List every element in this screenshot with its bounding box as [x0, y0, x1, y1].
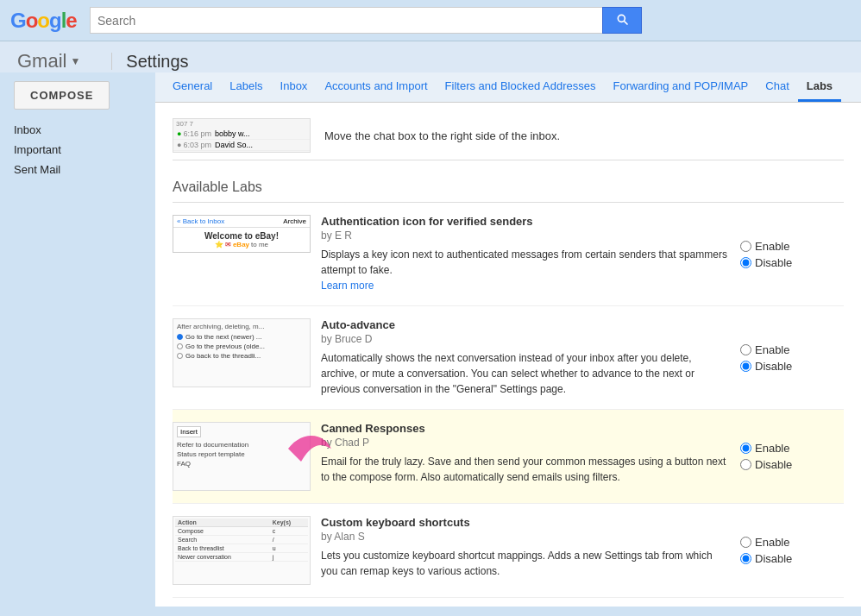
search-bar — [90, 7, 642, 34]
enable-radio-canned-responses[interactable] — [740, 443, 751, 454]
labs-content: 307 7 ●6:16 pmbobby w... ●6:03 pmDavid S… — [155, 103, 861, 607]
disable-label-canned-responses[interactable]: Disable — [740, 458, 844, 471]
settings-tabs: General Labels Inbox Accounts and Import… — [155, 72, 861, 103]
enable-label-authentication[interactable]: Enable — [740, 240, 844, 253]
lab-author-custom-keyboard: by Alan S — [321, 531, 730, 543]
disable-label-auto-advance[interactable]: Disable — [740, 360, 844, 373]
disable-radio-auto-advance[interactable] — [740, 361, 751, 372]
tab-chat[interactable]: Chat — [757, 72, 797, 102]
tab-forwarding[interactable]: Forwarding and POP/IMAP — [604, 72, 757, 102]
sidebar-item-important[interactable]: Important — [0, 140, 155, 160]
enable-label-custom-keyboard[interactable]: Enable — [740, 536, 844, 549]
gmail-brand: Gmail ▼ — [17, 50, 80, 72]
enable-radio-authentication[interactable] — [740, 241, 751, 252]
search-input[interactable] — [90, 7, 602, 34]
tab-general[interactable]: General — [164, 72, 221, 102]
lab-controls-custom-keyboard: Enable Disable — [740, 516, 844, 585]
lab-desc-auto-advance: Automatically shows the next conversatio… — [321, 350, 730, 397]
top-bar: Google — [0, 0, 861, 41]
google-logo: Google — [10, 9, 79, 33]
lab-item-canned-responses: Insert Refer to documentation Status rep… — [173, 410, 844, 504]
move-chatbox-notice: 307 7 ●6:16 pmbobby w... ●6:03 pmDavid S… — [173, 111, 844, 160]
sidebar-item-inbox[interactable]: Inbox — [0, 120, 155, 140]
disable-radio-custom-keyboard[interactable] — [740, 553, 751, 564]
lab-preview-authentication: « Back to Inbox Archive Welcome to eBay!… — [173, 215, 311, 293]
gmail-dropdown-arrow[interactable]: ▼ — [70, 55, 80, 67]
sidebar: COMPOSE Inbox Important Sent Mail — [0, 72, 155, 607]
compose-button[interactable]: COMPOSE — [14, 81, 110, 110]
available-labs-heading: Available Labs — [173, 171, 844, 203]
lab-controls-canned-responses: Enable Disable — [740, 422, 844, 491]
lab-preview-canned-responses: Insert Refer to documentation Status rep… — [173, 422, 311, 491]
tab-filters[interactable]: Filters and Blocked Addresses — [437, 72, 605, 102]
enable-label-canned-responses[interactable]: Enable — [740, 442, 844, 455]
disable-label-custom-keyboard[interactable]: Disable — [740, 552, 844, 565]
settings-title: Settings — [126, 52, 188, 72]
lab-title-auto-advance: Auto-advance — [321, 318, 730, 331]
lab-author-authentication: by E R — [321, 229, 730, 242]
search-button[interactable] — [602, 7, 642, 34]
lab-controls-authentication: Enable Disable — [740, 215, 844, 293]
lab-info-auto-advance: Auto-advance by Bruce D Automatically sh… — [321, 318, 730, 397]
content-area: General Labels Inbox Accounts and Import… — [155, 72, 861, 607]
lab-author-canned-responses: by Chad P — [321, 437, 730, 449]
lab-info-authentication: Authentication icon for verified senders… — [321, 215, 730, 293]
tab-accounts[interactable]: Accounts and Import — [316, 72, 436, 102]
gmail-label[interactable]: Gmail — [17, 50, 66, 72]
lab-controls-auto-advance: Enable Disable — [740, 318, 844, 397]
enable-radio-custom-keyboard[interactable] — [740, 537, 751, 548]
lab-desc-authentication: Displays a key icon next to authenticate… — [321, 247, 730, 293]
disable-radio-authentication[interactable] — [740, 257, 751, 268]
lab-author-auto-advance: by Bruce D — [321, 333, 730, 345]
lab-info-custom-keyboard: Custom keyboard shortcuts by Alan S Lets… — [321, 516, 730, 585]
lab-title-authentication: Authentication icon for verified senders — [321, 215, 730, 228]
inbox-preview: 307 7 ●6:16 pmbobby w... ●6:03 pmDavid S… — [173, 118, 311, 153]
sidebar-item-sent-mail[interactable]: Sent Mail — [0, 160, 155, 179]
tab-inbox[interactable]: Inbox — [272, 72, 317, 102]
lab-desc-canned-responses: Email for the truly lazy. Save and then … — [321, 454, 730, 485]
lab-item-authentication: « Back to Inbox Archive Welcome to eBay!… — [173, 203, 844, 306]
lab-title-canned-responses: Canned Responses — [321, 422, 730, 435]
tab-labs[interactable]: Labs — [798, 72, 841, 102]
main-layout: COMPOSE Inbox Important Sent Mail Genera… — [0, 72, 861, 607]
lab-item-auto-advance: After archiving, deleting, m... Go to th… — [173, 306, 844, 410]
gmail-header: Gmail ▼ Settings — [0, 41, 861, 72]
lab-desc-custom-keyboard: Lets you customize keyboard shortcut map… — [321, 548, 730, 579]
lab-info-canned-responses: Canned Responses by Chad P Email for the… — [321, 422, 730, 491]
lab-item-custom-keyboard: Action Key(s) Composec Search/ Back to t… — [173, 504, 844, 598]
move-chatbox-text: Move the chat box to the right side of t… — [324, 129, 560, 142]
lab-preview-custom-keyboard: Action Key(s) Composec Search/ Back to t… — [173, 516, 311, 585]
learn-more-link[interactable]: Learn more — [321, 280, 374, 292]
tab-labels[interactable]: Labels — [221, 72, 271, 102]
enable-radio-auto-advance[interactable] — [740, 344, 751, 355]
disable-label-authentication[interactable]: Disable — [740, 256, 844, 269]
enable-label-auto-advance[interactable]: Enable — [740, 343, 844, 356]
lab-preview-auto-advance: After archiving, deleting, m... Go to th… — [173, 318, 311, 397]
lab-title-custom-keyboard: Custom keyboard shortcuts — [321, 516, 730, 529]
disable-radio-canned-responses[interactable] — [740, 459, 751, 470]
